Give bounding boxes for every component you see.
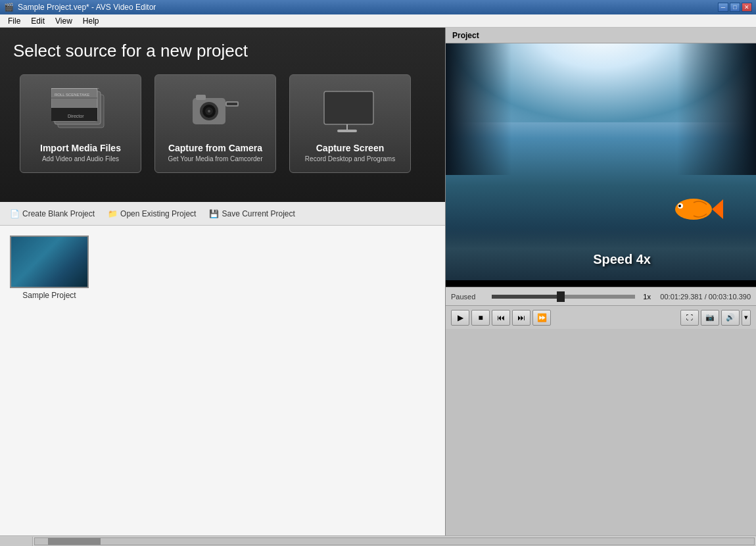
source-title: Select source for a new project	[13, 41, 432, 61]
svg-rect-20	[324, 91, 373, 124]
app-icon: 🎬	[4, 3, 14, 12]
progress-fill	[492, 295, 561, 299]
playback-status: Paused	[451, 293, 484, 301]
close-button[interactable]: ✕	[742, 3, 752, 12]
playback-controls: ▶ ■ ⏮ ⏭ ⏩ ⛶ 📷 🔊 ▾	[446, 305, 756, 329]
svg-rect-24	[337, 130, 357, 132]
svg-point-28	[678, 205, 681, 207]
import-media-option[interactable]: ROLL SCENE TAKE Director Import Media Fi…	[20, 74, 141, 173]
svg-text:TAKE: TAKE	[80, 93, 89, 97]
capture-camera-label: Capture from Camera	[168, 143, 262, 153]
horizontal-scrollbar-track[interactable]	[34, 537, 755, 545]
horizontal-scrollbar-thumb[interactable]	[48, 538, 101, 545]
import-media-sublabel: Add Video and Audio Files	[42, 155, 119, 162]
titlebar: 🎬 Sample Project.vep* - AVS Video Editor…	[0, 0, 756, 14]
blank-project-label: Create Blank Project	[22, 209, 95, 218]
volume-button[interactable]: 🔊	[721, 310, 740, 326]
play-button[interactable]: ▶	[451, 310, 469, 326]
capture-camera-icon	[183, 85, 248, 137]
playback-status-bar: Paused 1x 00:01:29.381 / 00:03:10.390	[446, 287, 756, 305]
import-media-icon: ROLL SCENE TAKE Director	[48, 85, 114, 137]
capture-screen-option[interactable]: Capture Screen Record Desktop and Progra…	[289, 74, 411, 173]
preview-video: Speed 4x	[446, 43, 756, 280]
main-content: Select source for a new project ROLL SCE…	[0, 28, 756, 546]
save-project-icon: 💾	[209, 209, 219, 218]
snapshot-button[interactable]: 📷	[701, 310, 719, 326]
menu-help[interactable]: Help	[78, 15, 105, 27]
source-selector: Select source for a new project ROLL SCE…	[0, 28, 445, 202]
preview-area: Speed 4x	[446, 43, 756, 287]
sample-project-label: Sample Project	[10, 291, 89, 300]
menu-view[interactable]: View	[50, 15, 78, 27]
right-panel: Project	[446, 28, 756, 546]
maximize-button[interactable]: □	[730, 3, 740, 12]
playback-speed: 1x	[643, 293, 656, 301]
titlebar-left: 🎬 Sample Project.vep* - AVS Video Editor	[4, 3, 156, 12]
open-project-icon: 📁	[108, 209, 118, 218]
bottom-scrollbar[interactable]	[0, 535, 756, 546]
skip-forward-button[interactable]: ⏭	[512, 310, 531, 326]
capture-camera-sublabel: Get Your Media from Camcorder	[168, 155, 263, 162]
rewind-button[interactable]: ⏮	[492, 310, 510, 326]
cave-left-shadow	[446, 43, 511, 175]
source-options: ROLL SCENE TAKE Director Import Media Fi…	[13, 74, 432, 173]
import-media-label: Import Media Files	[40, 143, 121, 153]
window-title: Sample Project.vep* - AVS Video Editor	[18, 3, 156, 12]
stop-button[interactable]: ■	[471, 310, 490, 326]
titlebar-controls: ─ □ ✕	[718, 3, 752, 12]
time-display: 00:01:29.381 / 00:03:10.390	[660, 293, 751, 301]
capture-screen-sublabel: Record Desktop and Programs	[305, 155, 395, 162]
fullscreen-button[interactable]: ⛶	[680, 310, 699, 326]
capture-camera-option[interactable]: Capture from Camera Get Your Media from …	[154, 74, 276, 173]
capture-screen-label: Capture Screen	[316, 143, 384, 153]
svg-rect-19	[196, 95, 206, 100]
progress-handle[interactable]	[557, 291, 565, 302]
svg-text:SCENE: SCENE	[66, 93, 80, 97]
sample-project-thumb[interactable]: Sample Project	[10, 236, 89, 300]
expand-panel-button[interactable]: ▾	[742, 310, 751, 326]
recent-projects: Sample Project	[0, 226, 445, 546]
open-project-label: Open Existing Project	[120, 209, 196, 218]
cave-right-shadow	[677, 43, 756, 175]
fish-icon	[671, 193, 723, 226]
progress-slider[interactable]	[492, 295, 635, 299]
save-project-label: Save Current Project	[222, 209, 295, 218]
blank-project-icon: 📄	[10, 209, 20, 218]
speed-overlay-badge: Speed 4x	[593, 252, 651, 267]
left-panel: Select source for a new project ROLL SCE…	[0, 28, 446, 546]
project-actions: 📄 Create Blank Project 📁 Open Existing P…	[0, 202, 445, 226]
preview-header: Project	[446, 28, 756, 43]
scroll-left-area	[0, 537, 33, 546]
save-project-action[interactable]: 💾 Save Current Project	[209, 209, 295, 218]
svg-point-25	[675, 199, 712, 220]
menubar: File Edit View Help	[0, 14, 756, 28]
svg-marker-26	[712, 199, 723, 219]
menu-file[interactable]: File	[3, 15, 26, 27]
svg-text:ROLL: ROLL	[55, 93, 65, 97]
frame-forward-button[interactable]: ⏩	[532, 310, 551, 326]
minimize-button[interactable]: ─	[718, 3, 728, 12]
fish-overlay	[671, 193, 723, 228]
open-existing-action[interactable]: 📁 Open Existing Project	[108, 209, 196, 218]
svg-point-16	[208, 110, 210, 112]
create-blank-action[interactable]: 📄 Create Blank Project	[10, 209, 95, 218]
svg-rect-18	[227, 103, 237, 105]
preview-title: Project	[452, 31, 479, 40]
capture-screen-icon	[318, 85, 383, 137]
sample-project-image	[10, 236, 89, 288]
svg-text:Director: Director	[68, 114, 84, 118]
menu-edit[interactable]: Edit	[26, 15, 50, 27]
